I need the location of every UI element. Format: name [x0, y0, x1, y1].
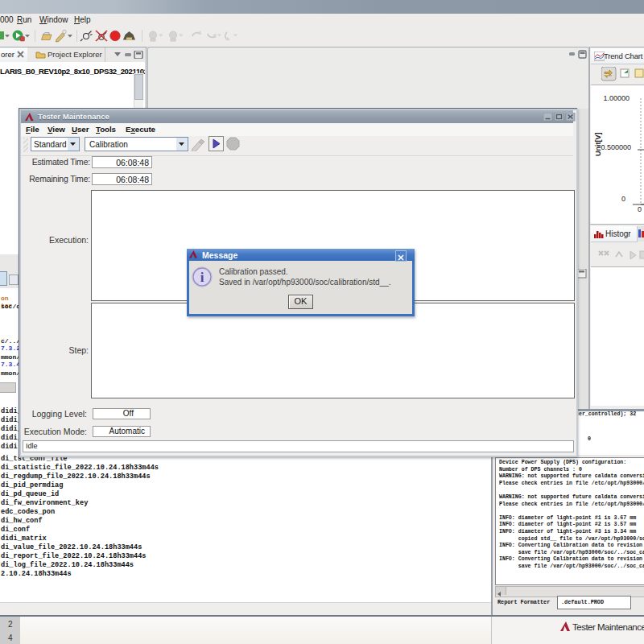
svg-text:0: 0	[638, 205, 642, 213]
svg-text:i: i	[200, 270, 204, 285]
